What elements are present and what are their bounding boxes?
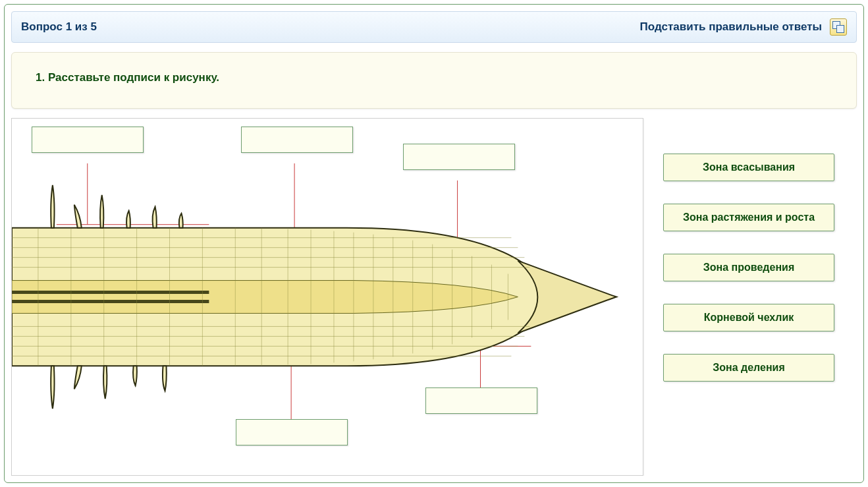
drop-target-3[interactable]	[403, 144, 515, 170]
drop-target-5[interactable]	[425, 387, 537, 414]
mode-label: Подставить правильные ответы	[640, 20, 822, 34]
drop-target-2[interactable]	[241, 127, 353, 153]
question-progress: Вопрос 1 из 5	[21, 20, 97, 34]
drop-target-1[interactable]	[32, 127, 144, 153]
header-bar: Вопрос 1 из 5 Подставить правильные отве…	[11, 11, 857, 43]
drop-target-4[interactable]	[236, 419, 348, 445]
header-right: Подставить правильные ответы	[640, 18, 847, 36]
answer-chip-3[interactable]: Зона проведения	[663, 254, 834, 281]
question-text: 1. Расставьте подписи к рисунку.	[36, 71, 219, 84]
diagram-panel[interactable]	[11, 118, 643, 476]
answer-chip-5[interactable]: Зона деления	[663, 354, 834, 382]
answers-column: Зона всасывания Зона растяжения и роста …	[657, 118, 857, 476]
answer-chip-2[interactable]: Зона растяжения и роста	[663, 204, 834, 231]
workspace: Зона всасывания Зона растяжения и роста …	[11, 118, 857, 476]
drag-answer-icon[interactable]	[830, 18, 847, 36]
question-box: 1. Расставьте подписи к рисунку.	[11, 52, 857, 109]
answer-chip-4[interactable]: Корневой чехлик	[663, 304, 834, 331]
app-frame: Вопрос 1 из 5 Подставить правильные отве…	[4, 4, 864, 483]
answer-chip-1[interactable]: Зона всасывания	[663, 154, 834, 181]
